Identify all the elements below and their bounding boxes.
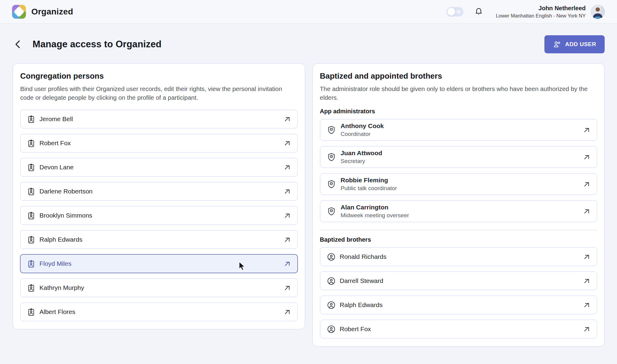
person-row[interactable]: Robert Fox [20,134,298,152]
admin-name: Robbie Fleming [341,177,397,184]
admin-row[interactable]: Alan Carrington Midweek meeting overseer [320,200,597,222]
page-title-row: Manage access to Organized ADD USER [13,35,605,54]
shield-person-icon [327,125,336,134]
user-info[interactable]: John Netherleed Lower Manhattan English … [496,5,586,19]
baptized-brothers-list: Ronald Richards [320,247,597,338]
app-header: Organized John Netherleed Lower Manhatta… [0,0,617,24]
open-profile-arrow-icon[interactable] [583,153,590,161]
person-row[interactable]: Kathryn Murphy [20,278,298,297]
add-user-label: ADD USER [565,41,596,48]
sun-icon [456,9,462,15]
user-circle-icon [327,277,336,285]
person-name: Darlene Robertson [39,188,92,195]
id-badge-icon [27,308,35,316]
congregation-persons-panel: Congregation persons Bind user profiles … [13,63,305,329]
id-badge-icon [27,236,35,244]
id-badge-icon [27,163,35,171]
theme-toggle-knob[interactable] [447,8,455,16]
brother-row[interactable]: Darrell Steward [320,271,597,290]
user-circle-icon [327,301,336,309]
id-badge-icon [27,115,35,123]
theme-toggle[interactable] [446,7,463,17]
open-profile-arrow-icon[interactable] [283,284,291,292]
congregation-persons-list: Jerome Bell [20,110,298,321]
admin-role: Public talk coordinator [341,185,397,192]
person-row[interactable]: Brooklyn Simmons [20,206,298,225]
id-badge-icon [27,260,35,268]
person-row[interactable]: Devon Lane [20,158,298,177]
open-profile-arrow-icon[interactable] [583,126,590,134]
user-circle-icon [327,325,336,334]
main-content: Congregation persons Bind user profiles … [13,63,605,347]
person-row[interactable]: Albert Flores [20,303,298,321]
open-profile-arrow-icon[interactable] [283,236,291,243]
person-add-icon [553,40,561,49]
person-name: Albert Flores [39,308,75,315]
admin-row[interactable]: Anthony Cook Coordinator [320,119,597,141]
open-profile-arrow-icon[interactable] [583,180,590,188]
person-name: Robert Fox [39,140,71,147]
admin-role: Secretary [341,158,382,165]
open-profile-arrow-icon[interactable] [283,188,291,195]
person-row[interactable]: Ralph Edwards [20,230,298,249]
admin-name: Alan Carrington [341,204,409,211]
id-badge-icon [27,187,35,196]
brother-name: Ralph Edwards [340,301,383,309]
person-name: Floyd Miles [39,260,71,267]
brother-row[interactable]: Ronald Richards [320,247,597,266]
person-name: Devon Lane [39,164,74,171]
section-divider [320,230,597,230]
id-badge-icon [27,284,35,292]
app-title: Organized [31,7,73,17]
open-profile-arrow-icon[interactable] [583,253,590,261]
id-badge-icon [27,139,35,147]
person-row[interactable]: Jerome Bell [20,110,298,128]
admin-role: Midweek meeting overseer [341,212,409,219]
baptized-brothers-label: Baptized brothers [320,236,597,243]
notifications-bell-icon[interactable] [474,7,483,16]
person-name: Brooklyn Simmons [39,212,92,219]
admin-row[interactable]: Robbie Fleming Public talk coordinator [320,173,597,195]
shield-person-icon [327,180,336,189]
admin-row[interactable]: Juan Attwood Secretary [320,146,597,168]
open-profile-arrow-icon[interactable] [283,260,291,268]
brother-row[interactable]: Robert Fox [320,320,597,338]
open-profile-arrow-icon[interactable] [283,140,291,147]
page-title: Manage access to Organized [33,39,161,50]
left-panel-title: Congregation persons [20,71,298,81]
person-name: Kathryn Murphy [39,284,84,291]
admin-role: Coordinator [341,131,384,137]
add-user-button[interactable]: ADD USER [544,35,605,53]
id-badge-icon [27,212,35,220]
open-profile-arrow-icon[interactable] [283,212,291,219]
user-circle-icon [327,253,336,261]
shield-person-icon [327,207,336,216]
person-row[interactable]: Floyd Miles [20,254,298,273]
organized-logo-icon [12,5,26,19]
baptized-brothers-panel: Baptized and appointed brothers The admi… [312,63,605,347]
person-row[interactable]: Darlene Robertson [20,182,298,201]
left-panel-description: Bind user profiles with their Organized … [20,84,294,102]
open-profile-arrow-icon[interactable] [583,208,590,215]
admin-name: Juan Attwood [341,149,382,157]
brother-name: Darrell Steward [340,277,384,284]
right-panel-title: Baptized and appointed brothers [320,71,597,81]
open-profile-arrow-icon[interactable] [583,325,590,333]
brother-name: Robert Fox [340,325,371,333]
brother-name: Ronald Richards [340,253,387,260]
user-name: John Netherleed [496,5,586,12]
open-profile-arrow-icon[interactable] [283,164,291,171]
admin-name: Anthony Cook [341,122,384,130]
back-chevron-icon[interactable] [13,39,23,50]
open-profile-arrow-icon[interactable] [583,277,590,285]
avatar[interactable] [590,5,605,19]
open-profile-arrow-icon[interactable] [283,308,291,316]
person-name: Jerome Bell [39,115,73,123]
open-profile-arrow-icon[interactable] [583,301,590,309]
brother-row[interactable]: Ralph Edwards [320,296,597,314]
app-administrators-label: App administrators [320,108,597,115]
person-name: Ralph Edwards [39,236,82,243]
right-panel-description: The administrator role should be given o… [320,84,594,102]
user-congregation: Lower Manhattan English - New York NY [496,13,586,19]
open-profile-arrow-icon[interactable] [283,115,291,123]
